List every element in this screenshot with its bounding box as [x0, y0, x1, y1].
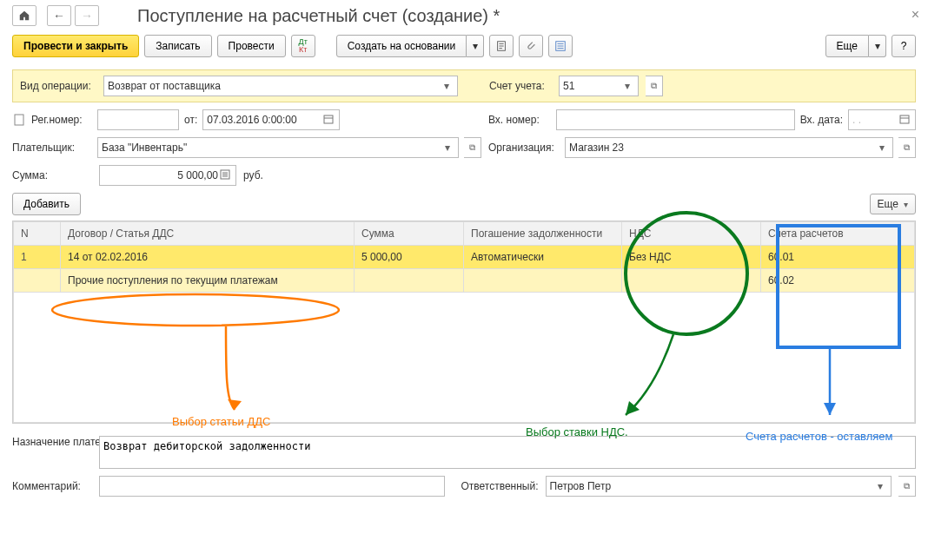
date-calendar-icon[interactable]: [321, 114, 335, 127]
col-n[interactable]: N: [14, 222, 61, 246]
payer-label: Плательщик:: [12, 142, 92, 154]
nav-back-button[interactable]: ←: [47, 5, 71, 26]
org-label: Организация:: [488, 142, 560, 154]
date-label: от:: [184, 114, 197, 126]
reg-number-label: Рег.номер:: [31, 114, 92, 126]
purpose-input[interactable]: Возврат дебиторской задолженности: [99, 436, 916, 469]
payer-caret[interactable]: ▾: [441, 142, 454, 154]
account-caret[interactable]: ▾: [620, 80, 634, 92]
col-accounts[interactable]: Счета расчетов: [761, 222, 915, 246]
comment-label: Комментарий:: [12, 480, 92, 492]
in-date-label: Вх. дата:: [800, 114, 843, 126]
col-vat[interactable]: НДС: [622, 222, 761, 246]
payments-table: N Договор / Статья ДДС Сумма Погашение з…: [12, 221, 916, 424]
add-row-button[interactable]: Добавить: [12, 193, 81, 215]
attach-button[interactable]: [519, 35, 543, 57]
org-value[interactable]: Магазин 23: [569, 142, 875, 154]
cell-n-1[interactable]: 1: [14, 246, 61, 269]
cell-contract-2[interactable]: Прочие поступления по текущим платежам: [61, 269, 355, 293]
date-input[interactable]: 07.03.2016 0:00:00: [207, 114, 321, 126]
cell-vat-2[interactable]: [622, 269, 761, 293]
org-open-button[interactable]: ⧉: [898, 137, 916, 158]
table-more-button[interactable]: Еще: [870, 194, 916, 214]
account-open-button[interactable]: ⧉: [646, 76, 663, 96]
operation-type-caret[interactable]: ▾: [440, 80, 454, 92]
cell-sum-1[interactable]: 5 000,00: [355, 246, 464, 269]
sum-input[interactable]: 5 000,00: [103, 169, 218, 181]
operation-type-label: Вид операции:: [20, 80, 96, 92]
responsible-value[interactable]: Петров Петр: [550, 480, 873, 492]
responsible-open-button[interactable]: ⧉: [898, 476, 916, 497]
cell-contract-1[interactable]: 14 от 02.02.2016: [61, 246, 355, 269]
commit-button[interactable]: Провести: [217, 35, 286, 57]
sum-label: Сумма:: [12, 169, 92, 181]
create-based-button[interactable]: Создать на основании: [336, 35, 467, 57]
empty-grid-area: [14, 293, 915, 423]
account-value[interactable]: 51: [563, 80, 620, 92]
close-button[interactable]: ×: [911, 7, 919, 23]
dt-kt-button[interactable]: ДтКт: [291, 35, 315, 57]
account-label: Счет учета:: [489, 80, 552, 92]
cell-sum-2[interactable]: [355, 269, 464, 293]
in-number-input[interactable]: [556, 109, 795, 130]
comment-input[interactable]: [99, 476, 445, 497]
responsible-caret[interactable]: ▾: [873, 480, 887, 492]
cell-accounts-2[interactable]: 60.02: [761, 269, 915, 293]
create-based-dropdown[interactable]: ▾: [467, 35, 484, 57]
cell-accounts-1[interactable]: 60.01: [761, 246, 915, 269]
in-date-input[interactable]: . .: [852, 114, 898, 126]
col-sum[interactable]: Сумма: [355, 222, 464, 246]
in-number-label: Вх. номер:: [488, 114, 551, 126]
payer-open-button[interactable]: ⧉: [464, 137, 481, 158]
operation-type-value[interactable]: Возврат от поставщика: [108, 80, 440, 92]
svg-rect-11: [900, 115, 909, 123]
save-button[interactable]: Записать: [144, 35, 211, 57]
currency-label: руб.: [243, 169, 263, 181]
in-date-calendar-icon[interactable]: [898, 114, 911, 127]
payer-value[interactable]: База "Инвентарь": [102, 142, 441, 154]
list-button[interactable]: [548, 35, 573, 57]
svg-rect-8: [15, 115, 23, 125]
home-button[interactable]: [12, 5, 36, 26]
doc-icon: [12, 113, 26, 127]
col-contract[interactable]: Договор / Статья ДДС: [61, 222, 355, 246]
cell-debt-1[interactable]: Автоматически: [464, 246, 622, 269]
col-debt[interactable]: Погашение задолженности: [464, 222, 622, 246]
sum-calc-icon[interactable]: [218, 169, 232, 182]
print-button[interactable]: [489, 35, 514, 57]
cell-vat-1[interactable]: Без НДС: [622, 246, 761, 269]
more-button[interactable]: Еще: [825, 35, 869, 57]
cell-n-2[interactable]: [14, 269, 61, 293]
commit-close-button[interactable]: Провести и закрыть: [12, 35, 139, 57]
help-button[interactable]: ?: [892, 35, 916, 57]
cell-debt-2[interactable]: [464, 269, 622, 293]
reg-number-input[interactable]: [97, 109, 179, 130]
page-title: Поступление на расчетный счет (создание)…: [137, 6, 500, 26]
org-caret[interactable]: ▾: [875, 142, 889, 154]
more-dropdown[interactable]: ▾: [869, 35, 886, 57]
nav-forward-button[interactable]: →: [75, 5, 99, 26]
svg-rect-9: [324, 115, 333, 123]
purpose-label: Назначение платежа:: [12, 436, 92, 448]
responsible-label: Ответственный:: [461, 480, 538, 492]
